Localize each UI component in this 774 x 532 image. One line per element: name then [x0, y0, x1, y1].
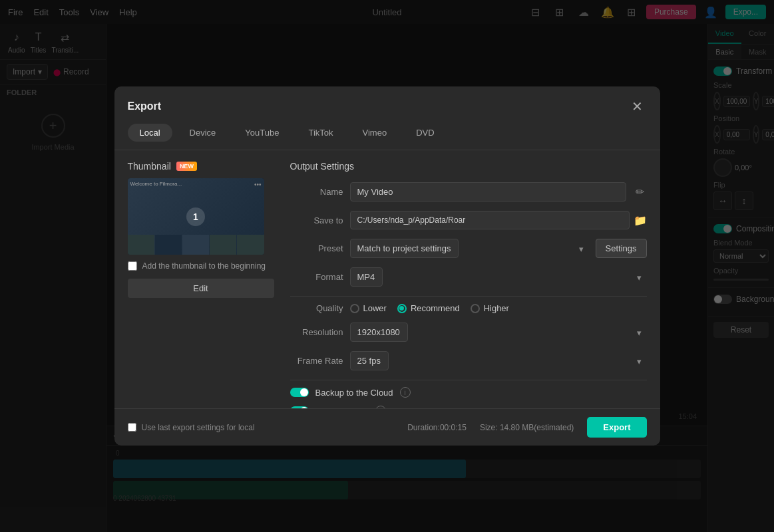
backup-label: Backup to the Cloud — [315, 388, 393, 398]
name-row: Name ✏ — [290, 182, 647, 201]
modal-footer: Use last export settings for local Durat… — [114, 408, 660, 446]
name-input[interactable] — [350, 182, 626, 201]
tab-youtube[interactable]: YouTube — [233, 124, 291, 142]
use-last-label: Use last export settings for local — [142, 423, 255, 432]
format-row: Format MP4 — [290, 267, 647, 287]
settings-button[interactable]: Settings — [596, 239, 647, 258]
frame-rate-select[interactable]: 25 fps — [350, 351, 389, 370]
quality-recommend[interactable]: Recommend — [397, 303, 460, 313]
thumbnail-preview: Welcome to Filmora... ••• 1 — [128, 178, 264, 255]
tab-tiktok[interactable]: TikTok — [296, 124, 345, 142]
use-last-checkbox[interactable] — [128, 423, 136, 432]
name-label: Name — [290, 187, 343, 197]
duration-label: Duration:00:0:15 — [407, 423, 467, 432]
resolution-row: Resolution 1920x1080 — [290, 323, 647, 342]
thumb-number: 1 — [186, 207, 205, 226]
quality-options: Lower Recommend Higher — [350, 303, 647, 313]
quality-higher-label: Higher — [484, 303, 509, 313]
resolution-select[interactable]: 1920x1080 — [350, 323, 408, 342]
save-path-input[interactable] — [350, 211, 630, 229]
thumbnail-section: Thumbnail NEW Welcome to Filmora... ••• … — [128, 161, 274, 398]
quality-recommend-label: Recommend — [411, 303, 460, 313]
preset-row: Preset Match to project settings Setting… — [290, 239, 647, 258]
modal-close-button[interactable]: ✕ — [628, 97, 647, 116]
edit-button[interactable]: Edit — [128, 279, 274, 298]
footer-right: Duration:00:0:15 Size: 14.80 MB(estimate… — [407, 417, 646, 438]
add-thumbnail-label: Add the thumbnail to the beginning — [142, 261, 266, 271]
frame-rate-select-wrapper: 25 fps — [350, 351, 647, 370]
thumbnail-label: Thumbnail — [128, 161, 171, 172]
modal-title: Export — [128, 100, 162, 112]
modal-tabs: Local Device YouTube TikTok Vimeo DVD — [114, 116, 660, 150]
frame-rate-row: Frame Rate 25 fps — [290, 351, 647, 370]
add-thumbnail-checkbox[interactable] — [128, 261, 137, 271]
export-modal: Export ✕ Local Device YouTube TikTok Vim… — [114, 86, 660, 446]
tab-local[interactable]: Local — [128, 124, 172, 142]
output-section: Output Settings Name ✏ Save to 📁 — [290, 161, 647, 398]
radio-recommend — [397, 304, 407, 313]
quality-higher[interactable]: Higher — [471, 303, 509, 313]
tab-dvd[interactable]: DVD — [404, 124, 446, 142]
resolution-select-wrapper: 1920x1080 — [350, 323, 647, 342]
quality-lower[interactable]: Lower — [350, 303, 387, 313]
quality-label: Quality — [290, 303, 343, 313]
preset-label: Preset — [290, 243, 343, 253]
rename-button[interactable]: ✏ — [633, 183, 647, 201]
preset-select[interactable]: Match to project settings — [350, 239, 459, 258]
path-row: 📁 — [350, 211, 647, 229]
frame-rate-label: Frame Rate — [290, 356, 343, 366]
backup-toggle[interactable] — [290, 388, 309, 397]
tab-device[interactable]: Device — [178, 124, 228, 142]
backup-info-icon[interactable]: i — [400, 387, 411, 398]
tab-vimeo[interactable]: Vimeo — [351, 124, 399, 142]
format-select[interactable]: MP4 — [350, 267, 383, 287]
divider-1 — [290, 296, 647, 297]
format-label: Format — [290, 272, 343, 282]
backup-row: Backup to the Cloud i — [290, 387, 647, 398]
format-select-wrapper: MP4 — [350, 267, 647, 287]
size-label: Size: 14.80 MB(estimated) — [480, 423, 574, 432]
modal-header: Export ✕ — [114, 86, 660, 116]
folder-browse-button[interactable]: 📁 — [634, 214, 647, 227]
add-thumbnail-row: Add the thumbnail to the beginning — [128, 261, 274, 271]
quality-row: Quality Lower Recommend Higher — [290, 303, 647, 313]
radio-lower — [350, 304, 359, 313]
save-to-row: Save to 📁 — [290, 211, 647, 229]
use-last-settings: Use last export settings for local — [128, 423, 255, 432]
radio-higher — [471, 304, 480, 313]
thumbnail-header: Thumbnail NEW — [128, 161, 274, 172]
output-title: Output Settings — [290, 161, 647, 172]
thumb-placeholder: Welcome to Filmora... ••• 1 — [128, 178, 264, 255]
preset-select-wrapper: Match to project settings — [350, 239, 589, 258]
export-main-button[interactable]: Export — [587, 417, 646, 438]
modal-overlay: Export ✕ Local Device YouTube TikTok Vim… — [0, 0, 774, 532]
resolution-label: Resolution — [290, 327, 343, 337]
divider-2 — [290, 380, 647, 380]
new-badge: NEW — [176, 162, 197, 171]
save-to-label: Save to — [290, 215, 343, 225]
modal-body: Thumbnail NEW Welcome to Filmora... ••• … — [114, 150, 660, 408]
quality-lower-label: Lower — [363, 303, 387, 313]
auto-highlight-toggle[interactable] — [290, 406, 309, 408]
thumb-filmstrip — [128, 235, 264, 255]
